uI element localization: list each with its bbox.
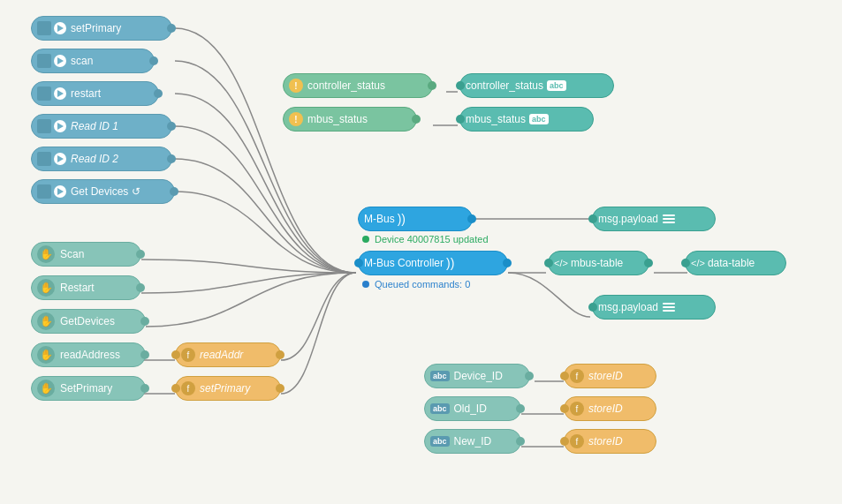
- xml-icon-right: </>: [691, 258, 705, 268]
- port-left: [588, 303, 597, 312]
- port-right: [516, 437, 525, 446]
- inject-scan[interactable]: scan: [31, 49, 155, 73]
- port-right: [170, 187, 178, 196]
- exclaim-icon: !: [289, 112, 303, 126]
- port-right: [167, 154, 176, 163]
- square-icon: [37, 87, 51, 101]
- func-icon: f: [570, 434, 584, 448]
- square-icon: [37, 54, 51, 68]
- btn-read-address[interactable]: ✋ readAddress: [31, 342, 146, 367]
- port-left: [560, 437, 569, 446]
- btn-scan-label: Scan: [60, 248, 84, 260]
- abc-badge: abc: [529, 114, 549, 124]
- port-left: [354, 259, 363, 267]
- inject-read2-label: Read ID 2: [71, 153, 118, 165]
- lines-icon: [663, 214, 675, 223]
- msg-payload-2[interactable]: msg.payload: [592, 295, 716, 320]
- port-right: [644, 259, 653, 267]
- func-readaddr-label: readAddr: [200, 349, 243, 361]
- port-left: [456, 115, 465, 124]
- btn-readaddr-label: readAddress: [60, 349, 120, 361]
- port-left: [544, 259, 553, 267]
- port-right: [140, 350, 149, 359]
- port-right: [140, 317, 149, 326]
- mbus-status-out-label: mbus_status: [466, 113, 526, 125]
- port-right: [136, 250, 145, 259]
- port-left: [171, 350, 180, 359]
- wave-icon: )): [446, 256, 454, 270]
- lines-icon: [663, 303, 675, 312]
- mbus-table-node[interactable]: </> mbus-table: [548, 251, 649, 275]
- func-storeid2-label: storeID: [588, 402, 623, 415]
- abc-old-id[interactable]: abc Old_ID: [424, 396, 521, 421]
- mbus-controller-label: M-Bus Controller: [364, 257, 444, 269]
- port-right: [516, 404, 525, 413]
- data-table-node[interactable]: </> data-table: [685, 251, 786, 275]
- mbus-status-out[interactable]: mbus_status abc: [459, 107, 594, 132]
- xml-icon-left: </>: [554, 258, 568, 268]
- btn-scan[interactable]: ✋ Scan: [31, 242, 141, 267]
- wave-icon: )): [398, 212, 406, 226]
- btn-restart[interactable]: ✋ Restart: [31, 275, 141, 300]
- func-icon: f: [570, 369, 584, 383]
- blue-dot: [362, 281, 369, 288]
- port-right: [136, 283, 145, 292]
- square-icon: [37, 152, 51, 166]
- mbus-table-label: mbus-table: [571, 257, 623, 269]
- port-left: [560, 404, 569, 413]
- queued-commands-status: Queued commands: 0: [362, 279, 470, 290]
- msg-payload-1[interactable]: msg.payload: [592, 207, 716, 231]
- square-icon: [37, 21, 51, 35]
- port-left: [681, 259, 690, 267]
- square-icon: [37, 119, 51, 133]
- port-right: [525, 372, 534, 380]
- func-storeid-2[interactable]: f storeID: [564, 396, 656, 421]
- func-storeid-1[interactable]: f storeID: [564, 364, 656, 388]
- inject-read1[interactable]: Read ID 1: [31, 114, 172, 139]
- func-storeid1-label: storeID: [588, 370, 623, 382]
- inject-read1-label: Read ID 1: [71, 120, 118, 132]
- square-icon: [37, 184, 51, 199]
- func-storeid3-label: storeID: [588, 435, 623, 448]
- mbus-node[interactable]: M-Bus )): [358, 207, 473, 231]
- port-left: [588, 214, 597, 223]
- port-right: [428, 81, 436, 90]
- abc-new-id[interactable]: abc New_ID: [424, 429, 521, 454]
- func-icon: f: [181, 348, 195, 362]
- inject-get-devices[interactable]: Get Devices ↺: [31, 179, 175, 204]
- inject-set-primary[interactable]: setPrimary: [31, 16, 172, 41]
- inject-restart[interactable]: restart: [31, 81, 159, 106]
- btn-get-devices[interactable]: ✋ GetDevices: [31, 309, 146, 334]
- func-storeid-3[interactable]: f storeID: [564, 429, 656, 454]
- controller-status-in[interactable]: ! controller_status: [283, 73, 433, 98]
- abc-badge: abc: [430, 403, 450, 414]
- abc-badge: abc: [430, 436, 450, 447]
- flow-canvas: setPrimary scan restart Read ID 1 Read I…: [0, 0, 842, 504]
- mbus-label: M-Bus: [364, 213, 395, 225]
- btn-set-primary[interactable]: ✋ SetPrimary: [31, 376, 146, 401]
- port-right: [467, 214, 476, 223]
- controller-status-out-label: controller_status: [466, 79, 543, 92]
- mbus-controller-node[interactable]: M-Bus Controller )): [358, 251, 508, 275]
- mbus-status-in[interactable]: ! mbus_status: [283, 107, 417, 132]
- port-right: [140, 384, 149, 393]
- inject-getdev-label: Get Devices ↺: [71, 185, 140, 198]
- port-right: [149, 56, 158, 65]
- msg-payload-2-label: msg.payload: [598, 301, 658, 313]
- port-right: [412, 115, 421, 124]
- controller-status-out[interactable]: controller_status abc: [459, 73, 614, 98]
- abc-device-id-label: Device_ID: [454, 370, 503, 382]
- abc-device-id[interactable]: abc Device_ID: [424, 364, 530, 388]
- func-read-addr[interactable]: f readAddr: [175, 342, 281, 367]
- inject-scan-label: scan: [71, 55, 93, 67]
- btn-setprimary-label: SetPrimary: [60, 382, 112, 395]
- device-updated-status: Device 40007815 updated: [362, 234, 489, 244]
- small-square-icon: [679, 214, 690, 224]
- port-right: [167, 24, 176, 33]
- port-right: [503, 259, 512, 267]
- func-set-primary[interactable]: f setPrimary: [175, 376, 281, 401]
- abc-badge: abc: [430, 371, 450, 381]
- port-right: [276, 350, 284, 359]
- inject-read2[interactable]: Read ID 2: [31, 147, 172, 171]
- func-setprimary-label: setPrimary: [200, 382, 250, 395]
